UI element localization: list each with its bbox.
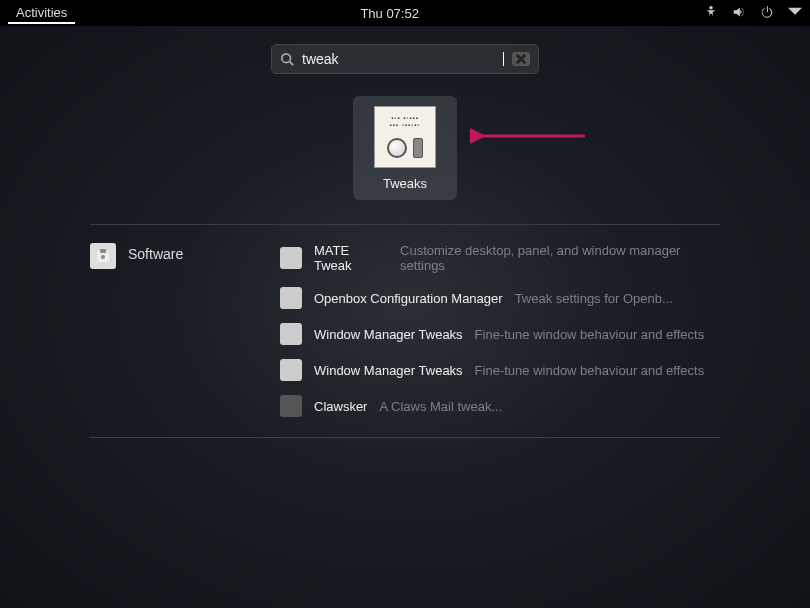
result-app-icon [280, 359, 302, 381]
divider [90, 224, 720, 225]
result-app-icon [280, 323, 302, 345]
tweaks-app-icon: ▪▫▪ ▪▫▪▪▪▪▪▪ ▫▪▪▫▪▫ [374, 106, 436, 168]
power-icon[interactable] [760, 5, 774, 22]
annotation-arrow [470, 126, 590, 146]
software-result-item[interactable]: Window Manager Tweaks Fine-tune window b… [280, 359, 720, 381]
volume-icon[interactable] [732, 5, 746, 22]
system-status-area[interactable] [704, 5, 802, 22]
svg-point-0 [709, 5, 713, 9]
software-result-item[interactable]: Clawsker A Claws Mail tweak... [280, 395, 720, 417]
search-icon [280, 52, 294, 66]
app-result-label: Tweaks [383, 176, 427, 191]
software-result-item[interactable]: MATE Tweak Customize desktop, panel, and… [280, 243, 720, 273]
search-provider-software[interactable]: Software [90, 243, 250, 417]
clock[interactable]: Thu 07:52 [360, 6, 419, 21]
svg-rect-7 [100, 249, 106, 253]
software-result-item[interactable]: Openbox Configuration Manager Tweak sett… [280, 287, 720, 309]
search-input[interactable] [302, 51, 497, 67]
divider [90, 437, 720, 438]
software-results-list: MATE Tweak Customize desktop, panel, and… [280, 243, 720, 417]
software-result-item[interactable]: Window Manager Tweaks Fine-tune window b… [280, 323, 720, 345]
chevron-down-icon[interactable] [788, 5, 802, 22]
software-label: Software [128, 246, 183, 262]
activities-button[interactable]: Activities [8, 3, 75, 24]
search-box[interactable] [271, 44, 539, 74]
accessibility-icon[interactable] [704, 5, 718, 22]
svg-line-2 [290, 62, 294, 66]
result-app-icon [280, 247, 302, 269]
top-bar: Activities Thu 07:52 [0, 0, 810, 26]
clear-search-button[interactable] [512, 52, 530, 66]
svg-point-8 [101, 255, 105, 259]
app-result-tweaks[interactable]: ▪▫▪ ▪▫▪▪▪▪▪▪ ▫▪▪▫▪▫ Tweaks [353, 96, 457, 200]
software-icon [90, 243, 116, 269]
result-app-icon [280, 395, 302, 417]
svg-point-1 [282, 54, 291, 63]
result-app-icon [280, 287, 302, 309]
